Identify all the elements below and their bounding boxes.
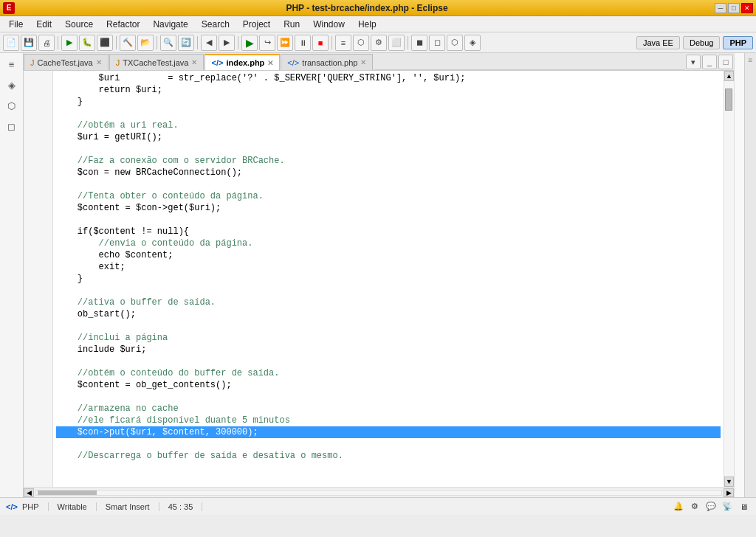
horizontal-scrollbar[interactable]: ◀ ▶ <box>24 487 734 497</box>
prev-btn[interactable]: ◀ <box>201 35 217 51</box>
perspective-php[interactable]: PHP <box>723 36 753 49</box>
perspective-area: Java EE Debug PHP <box>636 36 753 49</box>
scroll-left[interactable]: ◀ <box>24 488 34 497</box>
terminate-btn[interactable]: ■ <box>312 35 329 51</box>
status-icon-4[interactable]: 📡 <box>721 500 734 513</box>
menu-run[interactable]: Run <box>278 18 306 31</box>
code-line-19: //ativa o buffer de saída. <box>56 297 721 308</box>
tab-txcachetest[interactable]: J TXCacheTest.java ✕ <box>109 54 205 70</box>
menu-project[interactable]: Project <box>237 18 276 31</box>
tab-transaction-label: transaction.php <box>302 58 357 67</box>
menu-file[interactable]: File <box>3 18 29 31</box>
editor-menu-btn[interactable]: ▾ <box>686 55 701 69</box>
build-btn[interactable]: 🔨 <box>120 35 136 51</box>
gutter-line-22 <box>24 332 52 344</box>
misc-btn4[interactable]: ⬜ <box>388 35 405 51</box>
close-button[interactable]: ✕ <box>741 3 753 13</box>
status-icon-2[interactable]: ⚙ <box>688 500 701 513</box>
misc-btn2[interactable]: ⬡ <box>353 35 369 51</box>
code-editor[interactable]: $uri = str_replace('?' . $_SERVER['QUERY… <box>24 71 734 487</box>
step-btn[interactable]: ↪ <box>259 35 275 51</box>
sidebar-icon-4[interactable]: ◻ <box>4 118 20 134</box>
vertical-scrollbar[interactable]: ▲ ▼ <box>724 71 734 487</box>
code-line-2: } <box>56 96 721 108</box>
gutter-line-24 <box>24 356 52 367</box>
misc-btn3[interactable]: ⚙ <box>371 35 387 51</box>
menu-refactor[interactable]: Refactor <box>100 18 145 31</box>
gutter-line-26 <box>24 379 52 391</box>
code-line-21 <box>56 320 721 332</box>
gutter-line-11 <box>24 202 52 214</box>
new-btn[interactable]: 📄 <box>3 35 19 51</box>
misc-btn7[interactable]: ⬡ <box>447 35 463 51</box>
code-line-7: //Faz a conexão com o servidor BRCache. <box>56 155 721 167</box>
gutter-line-19 <box>24 297 52 308</box>
tab-txcachetest-close[interactable]: ✕ <box>191 58 197 66</box>
code-line-20: ob_start(); <box>56 308 721 320</box>
sidebar-icon-1[interactable]: ≡ <box>4 56 20 72</box>
menu-source[interactable]: Source <box>59 18 99 31</box>
far-right-panel: ≡ <box>744 53 756 497</box>
refresh-btn[interactable]: 🔄 <box>178 35 194 51</box>
run-btn[interactable]: ▶ <box>61 35 78 51</box>
status-icon-5[interactable]: 🖥 <box>737 500 750 513</box>
menu-help[interactable]: Help <box>352 18 382 31</box>
status-icon-1[interactable]: 🔔 <box>672 500 685 513</box>
menu-edit[interactable]: Edit <box>30 18 58 31</box>
gutter-line-18 <box>24 285 52 297</box>
misc-btn1[interactable]: ≡ <box>335 35 351 51</box>
tab-index-icon: </> <box>211 58 223 67</box>
h-scroll-thumb[interactable] <box>38 491 97 495</box>
menu-window[interactable]: Window <box>307 18 351 31</box>
stop-btn[interactable]: ⬛ <box>97 35 113 51</box>
suspend-btn[interactable]: ⏸ <box>295 35 311 51</box>
sidebar-icon-3[interactable]: ⬡ <box>4 97 20 114</box>
menu-search[interactable]: Search <box>196 18 236 31</box>
window-title: PHP - test-brcache/index.php - Eclipse <box>19 3 715 13</box>
code-line-27 <box>56 391 721 403</box>
scroll-thumb[interactable] <box>725 89 732 111</box>
open-btn[interactable]: 📂 <box>137 35 154 51</box>
code-content[interactable]: $uri = str_replace('?' . $_SERVER['QUERY… <box>53 71 724 487</box>
scroll-down[interactable]: ▼ <box>724 477 734 487</box>
tab-transaction-close[interactable]: ✕ <box>360 58 366 66</box>
debug-btn[interactable]: 🐛 <box>79 35 95 51</box>
perspective-debug[interactable]: Debug <box>683 36 720 49</box>
next-btn[interactable]: ▶ <box>219 35 235 51</box>
maximize-button[interactable]: □ <box>728 3 740 13</box>
run2-btn[interactable]: ▶ <box>241 35 258 51</box>
editor-min-btn[interactable]: _ <box>702 55 717 69</box>
tab-index[interactable]: </> index.php ✕ <box>205 54 280 70</box>
scroll-up[interactable]: ▲ <box>724 71 734 81</box>
menu-navigate[interactable]: Navigate <box>147 18 193 31</box>
sidebar-icon-2[interactable]: ◈ <box>4 77 20 93</box>
scroll-right[interactable]: ▶ <box>724 488 734 497</box>
sep4 <box>197 36 198 49</box>
tab-index-close[interactable]: ✕ <box>267 59 273 67</box>
code-line-16: exit; <box>56 261 721 273</box>
search-btn[interactable]: 🔍 <box>160 35 176 51</box>
scroll-track[interactable] <box>724 81 734 477</box>
minimize-button[interactable]: ─ <box>715 3 726 13</box>
insert-mode: Smart Insert <box>106 502 159 511</box>
editor-max-btn[interactable]: □ <box>718 55 733 69</box>
misc-btn8[interactable]: ◈ <box>464 35 481 51</box>
status-icon-3[interactable]: 💬 <box>704 500 718 513</box>
tab-cachetest-close[interactable]: ✕ <box>96 58 102 66</box>
tab-transaction[interactable]: </> transaction.php ✕ <box>281 54 373 70</box>
tab-transaction-icon: </> <box>287 58 299 67</box>
tab-cachetest-label: CacheTest.java <box>38 58 93 67</box>
misc-btn6[interactable]: ◻ <box>429 35 445 51</box>
perspective-javaee[interactable]: Java EE <box>636 36 680 49</box>
code-line-8: $con = new BRCacheConnection(); <box>56 167 721 179</box>
main-layout: ≡ ◈ ⬡ ◻ J CacheTest.java ✕ J TXCacheTest… <box>0 53 756 497</box>
code-line-4: //obtém a uri real. <box>56 119 721 131</box>
print-btn[interactable]: 🖨 <box>38 35 55 51</box>
far-right-toggle[interactable]: ≡ <box>747 55 755 66</box>
h-scroll-track[interactable] <box>35 490 722 496</box>
save-btn[interactable]: 💾 <box>21 35 37 51</box>
tab-cachetest[interactable]: J CacheTest.java ✕ <box>24 54 109 70</box>
code-line-23: include $uri; <box>56 344 721 356</box>
resume-btn[interactable]: ⏩ <box>277 35 293 51</box>
misc-btn5[interactable]: ◼ <box>411 35 427 51</box>
